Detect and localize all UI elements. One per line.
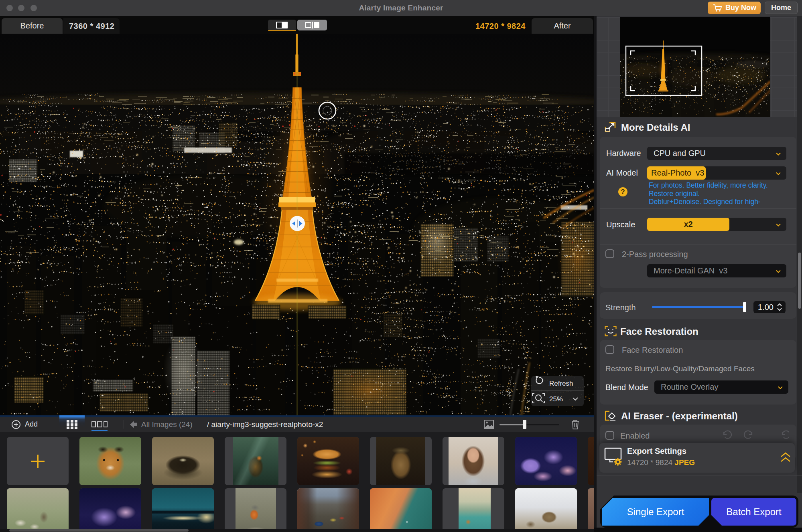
svg-text:25%: 25% [549, 395, 563, 403]
svg-text:Refresh: Refresh [549, 380, 573, 387]
